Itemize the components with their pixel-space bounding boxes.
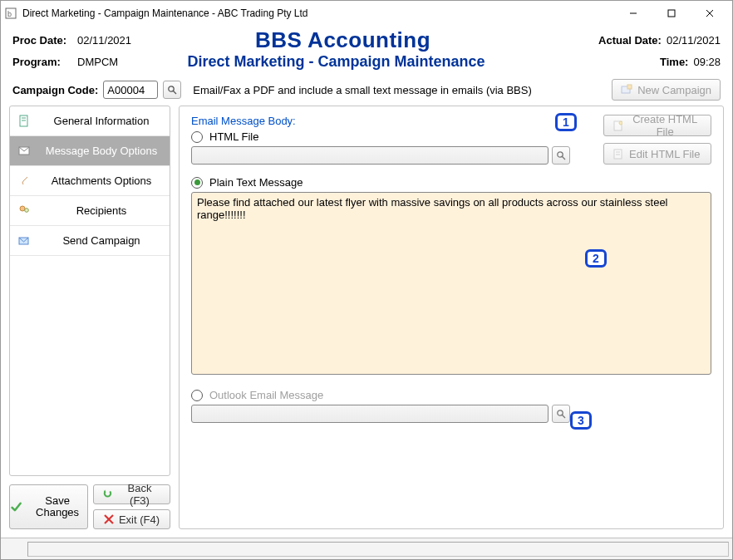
window-title: Direct Marketing - Campaign Maintenance … (22, 7, 614, 19)
app-window: b Direct Marketing - Campaign Maintenanc… (0, 0, 733, 560)
app-icon: b (4, 7, 17, 20)
campaign-code-label: Campaign Code: (12, 84, 98, 96)
main: General Information Message Body Options… (1, 106, 732, 538)
message-icon (17, 144, 32, 159)
html-file-path-input[interactable] (191, 146, 549, 165)
back-button[interactable]: Back (F3) (93, 484, 170, 504)
radio-icon (191, 390, 203, 401)
exit-label: Exit (F4) (119, 513, 160, 526)
svg-text:b: b (7, 10, 12, 18)
app-subtitle: Direct Marketing - Campaign Maintenance (118, 53, 554, 71)
outlook-file-path-row (191, 405, 711, 423)
svg-point-15 (25, 208, 29, 212)
sidebar-item-send-campaign[interactable]: Send Campaign (10, 226, 170, 256)
create-html-label: Create HTML File (627, 113, 702, 138)
html-action-buttons: Create HTML File Edit HTML File (603, 115, 711, 165)
minimize-button[interactable] (614, 2, 652, 25)
bottom-buttons: Save Changes Back (F3) Exit (F4) (9, 484, 170, 529)
sidebar-item-label: Attachments Options (40, 174, 163, 187)
app-title: BBS Accounting (131, 27, 554, 53)
svg-point-19 (558, 152, 563, 157)
maximize-button[interactable] (652, 2, 691, 25)
magnifier-icon (556, 150, 566, 160)
html-file-label: HTML File (209, 130, 258, 143)
new-campaign-label: New Campaign (637, 84, 711, 96)
save-changes-label: Save Changes (27, 495, 87, 519)
statusbar-inset (27, 542, 729, 557)
magnifier-icon (556, 409, 566, 419)
svg-line-27 (563, 415, 566, 419)
sidebar-item-recipients[interactable]: Recipients (10, 196, 170, 226)
app-subtitle-wrap: Direct Marketing - Campaign Maintenance (118, 53, 554, 71)
radio-icon (191, 177, 203, 189)
sidebar-item-general-information[interactable]: General Information (10, 106, 170, 136)
svg-point-6 (169, 86, 174, 91)
program-value: DMPCM (77, 56, 118, 68)
sidebar-item-label: Message Body Options (40, 145, 163, 157)
edit-html-label: Edit HTML File (629, 148, 700, 160)
outlook-label: Outlook Email Message (209, 389, 323, 401)
campaign-description: Email/Fax a PDF and include a small text… (193, 84, 532, 96)
content-panel: Email Message Body: HTML File Create HTM… (179, 106, 724, 529)
sidebar-item-label: Recipients (40, 204, 163, 217)
header-row-2: Program: DMPCM Direct Marketing - Campai… (1, 52, 732, 72)
magnifier-icon (167, 85, 177, 95)
svg-point-22 (619, 121, 622, 125)
outlook-file-browse-button[interactable] (552, 405, 570, 423)
new-campaign-icon (621, 84, 632, 96)
sidebar-item-label: General Information (40, 115, 163, 127)
svg-rect-3 (668, 10, 675, 17)
svg-point-14 (20, 206, 25, 211)
close-icon (104, 514, 114, 524)
svg-line-7 (174, 91, 177, 95)
sidebar-item-message-body-options[interactable]: Message Body Options (10, 136, 170, 166)
recipients-icon (17, 204, 32, 219)
send-icon (17, 233, 32, 248)
campaign-code-input[interactable] (103, 81, 158, 99)
time-value: 09:28 (693, 56, 721, 68)
plain-text-input[interactable] (191, 192, 711, 375)
new-campaign-button[interactable]: New Campaign (612, 79, 721, 101)
window-controls (614, 2, 729, 25)
radio-icon (191, 131, 203, 143)
header-row-1: Proc Date: 02/11/2021 BBS Accounting Act… (1, 26, 732, 55)
campaign-code-search-button[interactable] (163, 81, 181, 99)
header-right-2: Time:09:28 (554, 56, 721, 68)
actual-date-label: Actual Date: (598, 34, 662, 47)
edit-html-button[interactable]: Edit HTML File (603, 143, 711, 165)
svg-rect-9 (627, 85, 632, 89)
edit-file-icon (612, 148, 624, 160)
outlook-option[interactable]: Outlook Email Message (191, 389, 711, 401)
new-file-icon (612, 120, 622, 131)
plain-text-option[interactable]: Plain Text Message (191, 176, 711, 189)
proc-date-value: 02/11/2021 (77, 34, 131, 47)
annotation-marker-2: 2 (585, 249, 607, 268)
plain-text-label: Plain Text Message (209, 176, 303, 189)
check-icon (10, 499, 22, 514)
titlebar: b Direct Marketing - Campaign Maintenanc… (1, 1, 732, 26)
document-icon (17, 114, 32, 129)
exit-button[interactable]: Exit (F4) (93, 509, 170, 529)
svg-line-20 (563, 157, 566, 160)
actual-date-value: 02/11/2021 (667, 34, 721, 47)
toolbar: Campaign Code: Email/Fax a PDF and inclu… (1, 72, 732, 106)
svg-point-26 (558, 410, 563, 415)
save-changes-button[interactable]: Save Changes (9, 484, 88, 529)
back-label: Back (F3) (118, 482, 161, 507)
attachment-icon (17, 174, 32, 189)
html-file-browse-button[interactable] (552, 146, 570, 165)
back-exit-stack: Back (F3) Exit (F4) (93, 484, 170, 529)
close-button[interactable] (691, 2, 729, 25)
nav: General Information Message Body Options… (9, 106, 170, 476)
sidebar-item-label: Send Campaign (40, 234, 163, 247)
app-title-main: BBS Accounting (131, 27, 554, 53)
outlook-file-path-input[interactable] (191, 405, 549, 423)
statusbar (1, 538, 732, 559)
back-arrow-icon (102, 489, 113, 500)
sidebar: General Information Message Body Options… (9, 106, 170, 529)
sidebar-item-attachments-options[interactable]: Attachments Options (10, 166, 170, 196)
time-label: Time: (660, 56, 688, 68)
annotation-marker-3: 3 (570, 411, 592, 430)
create-html-button[interactable]: Create HTML File (603, 115, 711, 136)
header-right-1: Actual Date:02/11/2021 (554, 34, 721, 47)
